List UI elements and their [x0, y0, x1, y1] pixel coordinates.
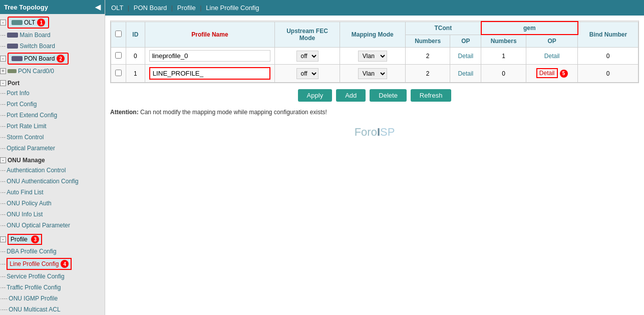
table-row: 0offonVlanGEMTLS2Detail1Detail0: [111, 48, 638, 65]
storm-control-item[interactable]: ·-- Storm Control: [0, 132, 105, 143]
pon-board-label-box[interactable]: PON Board 2: [8, 53, 69, 65]
dba-profile-link[interactable]: DBA Profile Config: [7, 247, 56, 256]
storm-control-link[interactable]: Storm Control: [7, 133, 44, 142]
tcont-detail-link[interactable]: Detail: [458, 70, 474, 77]
onu-info-list-link[interactable]: ONU Info List: [7, 210, 43, 219]
port-label: Port: [8, 80, 20, 87]
onu-auth-config-item[interactable]: ·-- ONU Authentication Config: [0, 176, 105, 187]
auto-find-list-link[interactable]: Auto Find List: [7, 188, 43, 197]
port-extend-config-item[interactable]: ·-- Port Extend Config: [0, 110, 105, 121]
row-checkbox[interactable]: [115, 70, 122, 76]
main-board-link[interactable]: Main Board: [20, 31, 50, 40]
profile-label: Profile: [11, 236, 28, 243]
port-rate-limit-item[interactable]: ·-- Port Rate Limit: [0, 121, 105, 132]
attention-prefix: Attention:: [110, 109, 139, 116]
breadcrumb-profile[interactable]: Profile: [177, 4, 196, 12]
pon-card-expand-icon[interactable]: +: [0, 68, 6, 74]
service-profile-link[interactable]: Service Profile Config: [7, 272, 64, 281]
line-profile-item[interactable]: ·-- Line Profile Config 4: [0, 257, 105, 271]
gem-detail-link[interactable]: Detail: [544, 53, 560, 60]
profile-label-box: Profile 3: [8, 234, 42, 245]
row-tcont-op: Detail: [450, 48, 481, 65]
line-profile-badge: 4: [61, 260, 69, 268]
row-tcont-op: Detail: [450, 65, 481, 83]
profile-name-input[interactable]: [149, 67, 271, 80]
collapse-button[interactable]: ◀: [95, 3, 101, 11]
row-id: 1: [126, 65, 145, 83]
onu-manage-label: ONU Manage: [8, 157, 45, 164]
onu-policy-auth-item[interactable]: ·-- ONU Policy Auth: [0, 198, 105, 209]
onu-multicast-item[interactable]: ·--- ONU Multicast ACL: [0, 304, 105, 315]
onu-auth-config-link[interactable]: ONU Authentication Config: [7, 177, 78, 186]
mapping-mode-select[interactable]: VlanGEMTLS: [358, 68, 387, 79]
row-id: 0: [126, 48, 145, 65]
port-config-link[interactable]: Port Config: [7, 100, 37, 109]
port-info-item[interactable]: ·-- Port Info: [0, 88, 105, 99]
refresh-button[interactable]: Refresh: [411, 89, 452, 102]
switch-board-link[interactable]: Switch Board: [20, 42, 55, 51]
row-gem-op: Detail: [526, 48, 577, 65]
onu-manage-expand-icon[interactable]: -: [0, 157, 6, 163]
olt-label: OLT: [24, 19, 35, 26]
olt-label-box[interactable]: OLT 1: [8, 17, 49, 29]
port-config-item[interactable]: ·-- Port Config: [0, 99, 105, 110]
line-profile-link[interactable]: Line Profile Config: [10, 259, 59, 268]
watermark: ForoISP: [110, 126, 639, 139]
pon-board-expand-icon[interactable]: -: [0, 56, 6, 62]
port-info-link[interactable]: Port Info: [7, 89, 29, 98]
gem-detail-link[interactable]: Detail: [536, 68, 558, 78]
optical-parameter-item[interactable]: ·-- Optical Parameter: [0, 143, 105, 154]
port-expand-icon[interactable]: -: [0, 80, 6, 86]
port-rate-limit-link[interactable]: Port Rate Limit: [7, 122, 46, 131]
profile-badge: 3: [31, 235, 39, 243]
pon-board-node[interactable]: - PON Board 2: [0, 52, 105, 66]
upstream-fec-select[interactable]: offon: [296, 51, 318, 62]
dba-profile-item[interactable]: ·-- DBA Profile Config: [0, 246, 105, 257]
auto-find-list-item[interactable]: ·-- Auto Find List: [0, 187, 105, 198]
col-gem-op-header: OP: [526, 35, 577, 48]
onu-multicast-link[interactable]: ONU Multicast ACL: [9, 305, 60, 314]
main-board-node[interactable]: ·-- Main Board: [0, 30, 105, 41]
row-bind-number: 0: [578, 48, 638, 65]
olt-node[interactable]: - OLT 1: [0, 14, 105, 30]
auth-control-item[interactable]: ·-- Authentication Control: [0, 165, 105, 176]
onu-policy-auth-link[interactable]: ONU Policy Auth: [7, 199, 51, 208]
onu-igmp-link[interactable]: ONU IGMP Profile: [9, 294, 58, 303]
sidebar: Tree Topology ◀ - OLT 1 ·-- Main Board ·…: [0, 0, 105, 315]
tcont-detail-link[interactable]: Detail: [458, 53, 474, 60]
pon-card-node[interactable]: + PON Card0/0: [0, 66, 105, 77]
select-all-checkbox[interactable]: [115, 31, 122, 37]
col-id-header: ID: [126, 22, 145, 48]
watermark-label: ForoISP: [355, 126, 395, 138]
profile-expand-icon[interactable]: -: [0, 236, 6, 242]
row-mapping-mode: VlanGEMTLS: [340, 65, 405, 83]
col-checkbox-header: [111, 22, 126, 48]
pon-card-link[interactable]: PON Card0/0: [18, 67, 54, 76]
profile-name-input[interactable]: [149, 50, 271, 62]
onu-optical-param-item[interactable]: ·-- ONU Optical Parameter: [0, 220, 105, 231]
onu-info-list-item[interactable]: ·-- ONU Info List: [0, 209, 105, 220]
row-checkbox[interactable]: [115, 52, 122, 59]
optical-parameter-link[interactable]: Optical Parameter: [7, 144, 55, 153]
port-section: - Port: [0, 79, 105, 88]
olt-expand-icon[interactable]: -: [0, 20, 6, 26]
auth-control-link[interactable]: Authentication Control: [7, 166, 66, 175]
olt-badge: 1: [37, 19, 45, 27]
traffic-profile-link[interactable]: Traffic Profile Config: [7, 283, 61, 292]
switch-board-node[interactable]: ·-- Switch Board: [0, 41, 105, 52]
port-extend-config-link[interactable]: Port Extend Config: [7, 111, 57, 120]
apply-button[interactable]: Apply: [298, 89, 333, 102]
onu-igmp-item[interactable]: ·--- ONU IGMP Profile: [0, 293, 105, 304]
add-button[interactable]: Add: [336, 89, 366, 102]
delete-button[interactable]: Delete: [370, 89, 407, 102]
upstream-fec-select[interactable]: offon: [296, 68, 318, 79]
traffic-profile-item[interactable]: ·-- Traffic Profile Config: [0, 282, 105, 293]
row-checkbox-cell: [111, 48, 126, 65]
breadcrumb-olt[interactable]: OLT: [111, 4, 123, 12]
pon-card-icon: [8, 69, 17, 73]
onu-optical-param-link[interactable]: ONU Optical Parameter: [7, 221, 70, 230]
service-profile-item[interactable]: ·-- Service Profile Config: [0, 271, 105, 282]
col-upstream-fec-header: Upstream FEC Mode: [275, 22, 340, 48]
mapping-mode-select[interactable]: VlanGEMTLS: [358, 51, 387, 62]
breadcrumb-ponboard[interactable]: PON Board: [134, 4, 167, 12]
